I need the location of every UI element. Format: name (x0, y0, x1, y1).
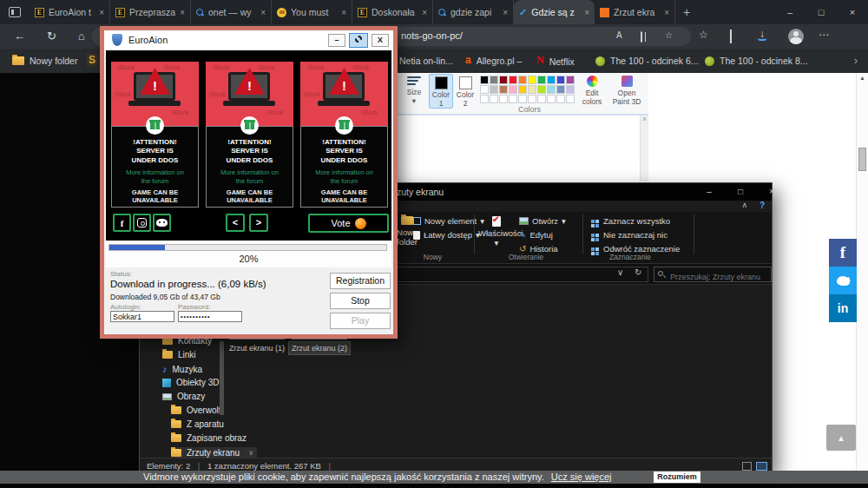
close-button[interactable]: × (837, 0, 868, 24)
palette-swatch[interactable] (518, 95, 527, 103)
thumbnails-view-icon[interactable] (756, 462, 767, 471)
play-button[interactable]: Play (330, 313, 391, 329)
bookmark-nowy-folder[interactable]: Nowy folder (12, 56, 77, 66)
palette-swatch[interactable] (566, 85, 575, 94)
browser-page-scrollbar[interactable]: ▲ (856, 73, 868, 475)
close-tab-icon[interactable]: × (422, 8, 427, 17)
explorer-close-button[interactable]: × (758, 183, 786, 201)
address-refresh-icon[interactable]: ↻ (635, 267, 641, 277)
bookmark-allegro[interactable]: a Allegro.pl – (465, 54, 522, 66)
tab-you-must[interactable]: You must × (272, 0, 352, 24)
bookmark-netflix[interactable]: N Netflix (536, 54, 575, 67)
maximize-button[interactable]: □ (806, 0, 837, 24)
favorites-icon[interactable]: ☆ (699, 29, 708, 41)
palette-swatch[interactable] (499, 85, 508, 94)
details-view-icon[interactable] (742, 462, 752, 471)
sidebar-item-overwolf[interactable]: Overwolf (171, 406, 220, 415)
palette-swatch[interactable] (547, 76, 556, 84)
paint-size-button[interactable]: Size ▾ (401, 75, 427, 105)
read-aloud-icon[interactable]: A (616, 30, 622, 40)
back-icon[interactable]: ← (14, 30, 25, 43)
close-tab-icon[interactable]: × (584, 8, 589, 17)
tab-zrzut-ekranu[interactable]: Zrzut ekra × (595, 0, 675, 24)
palette-swatch[interactable] (556, 85, 565, 94)
facebook-button[interactable]: f (113, 214, 131, 232)
tab-doskonala[interactable]: E Doskonała × (352, 0, 433, 24)
refresh-icon[interactable]: ↻ (47, 30, 56, 43)
scroll-up-icon[interactable]: ∧ (642, 115, 647, 122)
new-tab-button[interactable]: + (675, 0, 698, 24)
palette-swatch[interactable] (528, 85, 536, 94)
collections-icon[interactable] (730, 30, 732, 43)
sidebar-item-z-aparatu[interactable]: Z aparatu (171, 419, 224, 429)
paint-edit-colors-button[interactable]: Edit colors (578, 75, 606, 106)
vertical-tabs-button[interactable] (0, 0, 30, 24)
scroll-up-icon[interactable]: ▲ (857, 75, 868, 81)
palette-swatch[interactable] (509, 85, 517, 94)
password-field[interactable] (178, 311, 242, 322)
explorer-minimize-button[interactable]: – (695, 183, 723, 201)
palette-swatch[interactable] (480, 95, 489, 103)
twitter-share-button[interactable] (829, 267, 857, 294)
palette-swatch[interactable] (490, 76, 498, 84)
downloads-icon[interactable]: ↓ (758, 29, 766, 41)
tab-przeprasza[interactable]: E Przeprasza × (110, 0, 191, 24)
palette-swatch[interactable] (566, 76, 575, 84)
properties-button[interactable]: ✔ Właściwości ▾ (478, 216, 515, 247)
close-tab-icon[interactable]: × (341, 8, 346, 17)
palette-swatch[interactable] (537, 95, 546, 103)
warning-panel-2[interactable]: iStock iStock iStock iStock ! !ATTENTION… (206, 62, 293, 208)
help-icon[interactable]: ? (760, 201, 765, 210)
file-label-selected[interactable]: Zrzut ekranu (2) (289, 342, 350, 354)
launcher-close-button[interactable]: X (372, 34, 389, 47)
palette-swatch[interactable] (547, 85, 556, 94)
palette-swatch[interactable] (480, 76, 489, 84)
discord-button[interactable] (153, 214, 171, 232)
launcher-minimize-button[interactable]: – (328, 34, 345, 47)
launcher-settings-button[interactable] (349, 33, 368, 48)
paint-open-3d-button[interactable]: Open Paint 3D (608, 75, 645, 106)
close-tab-icon[interactable]: × (664, 8, 669, 17)
stop-button[interactable]: Stop (330, 293, 391, 309)
file-label[interactable]: Zrzut ekranu (1) (227, 342, 287, 354)
linkedin-share-button[interactable]: in (829, 294, 857, 322)
palette-swatch[interactable] (556, 95, 565, 103)
palette-swatch[interactable] (499, 76, 508, 84)
select-none-button[interactable]: Nie zaznaczaj nic (591, 230, 667, 240)
home-icon[interactable]: ⌂ (78, 30, 85, 43)
vote-button[interactable]: Vote (308, 214, 389, 233)
sidebar-item-zapisane-obrazy[interactable]: Zapisane obraz (171, 433, 247, 443)
palette-swatch[interactable] (518, 85, 527, 94)
bookmark-netia[interactable]: Netia on-lin... (399, 56, 453, 66)
select-all-button[interactable]: Zaznacz wszystko (591, 216, 670, 226)
address-url[interactable]: nots-go-on-pc/ (401, 30, 463, 41)
profile-avatar[interactable] (788, 29, 804, 44)
address-dropdown-icon[interactable]: ∨ (617, 267, 623, 277)
bookmarks-overflow-icon[interactable]: › (854, 55, 858, 67)
bookmark-s[interactable]: S (87, 54, 97, 66)
tab-gdzie-zapi[interactable]: gdzie zapi × (433, 0, 514, 24)
palette-swatch[interactable] (528, 76, 536, 84)
edit-button[interactable]: ✎ Edytuj (519, 230, 553, 240)
palette-swatch[interactable] (480, 85, 489, 94)
paint-color1-button[interactable]: Color 1 (430, 75, 452, 108)
registration-button[interactable]: Registration (330, 273, 391, 289)
close-tab-icon[interactable]: × (503, 8, 508, 17)
paint-color2-button[interactable]: Color 2 (454, 75, 477, 108)
palette-swatch[interactable] (518, 76, 527, 84)
sidebar-scrollbar-thumb[interactable] (220, 341, 224, 415)
instagram-button[interactable] (133, 214, 151, 232)
add-favorite-icon[interactable]: ☆ (665, 30, 673, 40)
paint-canvas-scrollbar[interactable]: ∧ (640, 115, 648, 181)
explorer-search-input[interactable] (654, 270, 771, 284)
bookmark-the100-6[interactable]: The 100 - odcinek 6... (595, 56, 699, 66)
palette-swatch[interactable] (490, 95, 498, 103)
palette-swatch[interactable] (528, 95, 536, 103)
scroll-to-top-button[interactable]: ▲ (826, 425, 856, 451)
sidebar-item-obrazy[interactable]: Obrazy (162, 392, 205, 401)
open-button[interactable]: Otwórz ▾ (519, 216, 566, 226)
palette-swatch[interactable] (499, 95, 508, 103)
bookmark-the100-8[interactable]: The 100 - odcinek 8... (705, 56, 808, 66)
learn-more-link[interactable]: Ucz się więcej (551, 472, 612, 482)
close-tab-icon[interactable]: × (260, 8, 266, 17)
